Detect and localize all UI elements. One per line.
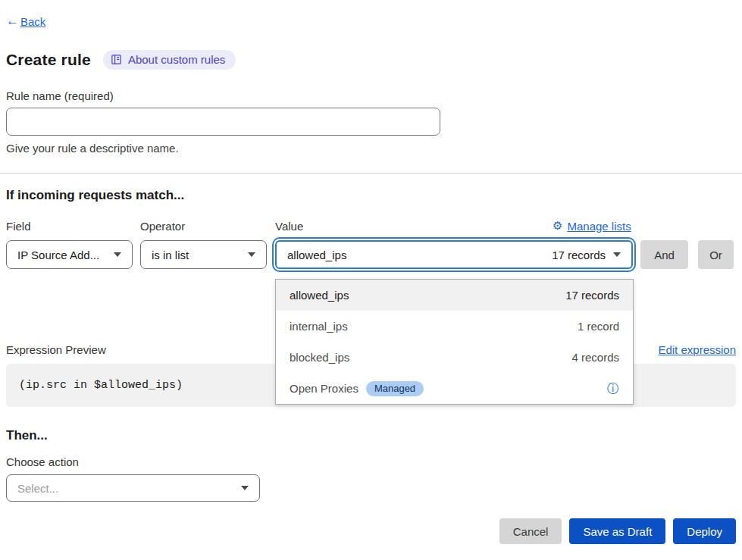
list-record-count: 1 record — [578, 320, 619, 333]
chevron-down-icon — [248, 252, 255, 257]
gear-icon: ⚙ — [553, 219, 562, 233]
operator-label: Operator — [140, 220, 185, 233]
dropdown-item-allowed-ips[interactable]: allowed_ips 17 records — [276, 280, 633, 311]
value-select-name: allowed_ips — [287, 249, 346, 261]
action-select[interactable]: Select... — [6, 474, 260, 502]
field-select[interactable]: IP Source Add... — [6, 240, 133, 269]
section-divider — [0, 173, 742, 174]
rule-name-helper: Give your rule a descriptive name. — [6, 142, 179, 155]
edit-expression-link[interactable]: Edit expression — [658, 343, 736, 356]
manage-lists-label: Manage lists — [567, 220, 631, 233]
expression-code: (ip.src in $allowed_ips) — [19, 379, 183, 392]
action-select-placeholder: Select... — [17, 482, 58, 495]
value-select-meta: 17 records — [552, 249, 606, 261]
field-select-value: IP Source Add... — [17, 249, 99, 261]
operator-select[interactable]: is in list — [140, 240, 267, 269]
dropdown-item-blocked-ips[interactable]: blocked_ips 4 records — [276, 342, 633, 373]
list-name: blocked_ips — [290, 351, 349, 364]
list-record-count: 17 records — [565, 289, 619, 302]
operator-select-value: is in list — [152, 249, 189, 261]
list-name: Open Proxies — [290, 382, 358, 395]
then-heading: Then... — [6, 428, 48, 443]
dropdown-item-open-proxies[interactable]: Open Proxies Managed ⓘ — [276, 373, 633, 404]
rule-name-label: Rule name (required) — [6, 89, 114, 102]
save-as-draft-button[interactable]: Save as Draft — [569, 518, 665, 544]
value-select[interactable]: allowed_ips 17 records — [275, 240, 633, 269]
rule-name-input[interactable] — [6, 108, 440, 136]
back-arrow-icon: ← — [6, 14, 19, 29]
chevron-down-icon — [114, 252, 121, 257]
managed-badge: Managed — [366, 381, 424, 396]
list-record-count: 4 records — [571, 351, 619, 364]
back-link[interactable]: ← Back — [6, 14, 45, 29]
field-label: Field — [6, 220, 31, 233]
value-label: Value — [275, 220, 303, 233]
title-row: Create rule About custom rules — [6, 50, 236, 70]
dropdown-item-internal-ips[interactable]: internal_ips 1 record — [276, 311, 633, 342]
about-badge-label: About custom rules — [128, 53, 225, 66]
page-title: Create rule — [6, 51, 91, 69]
cancel-button[interactable]: Cancel — [499, 518, 562, 544]
choose-action-label: Choose action — [6, 455, 79, 468]
expression-preview-label: Expression Preview — [6, 343, 106, 356]
about-custom-rules-link[interactable]: About custom rules — [103, 50, 236, 70]
value-dropdown-menu: allowed_ips 17 records internal_ips 1 re… — [275, 279, 634, 405]
and-button[interactable]: And — [640, 240, 688, 269]
book-icon — [111, 54, 122, 65]
footer-actions: Cancel Save as Draft Deploy — [499, 518, 736, 544]
chevron-down-icon — [241, 486, 249, 490]
list-name: allowed_ips — [290, 289, 349, 302]
chevron-down-icon — [613, 252, 621, 257]
or-button[interactable]: Or — [698, 240, 734, 269]
back-link-label: Back — [20, 15, 45, 28]
list-name: internal_ips — [290, 320, 348, 333]
deploy-button[interactable]: Deploy — [673, 518, 736, 544]
match-heading: If incoming requests match... — [6, 188, 184, 203]
manage-lists-link[interactable]: ⚙ Manage lists — [553, 219, 631, 233]
info-icon[interactable]: ⓘ — [607, 383, 619, 395]
